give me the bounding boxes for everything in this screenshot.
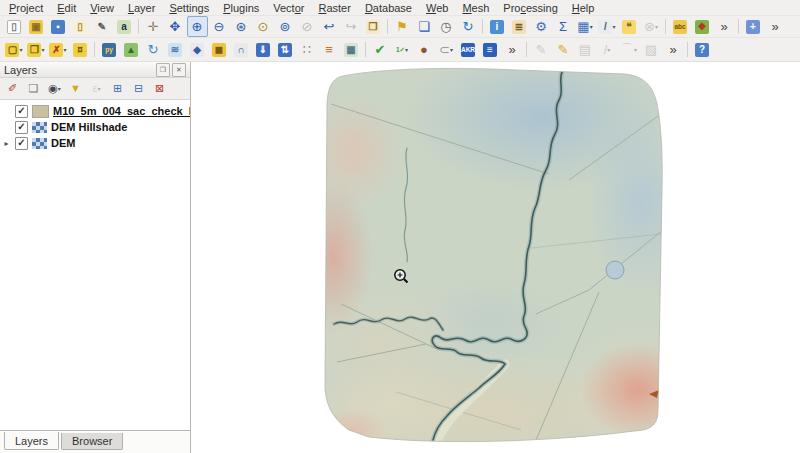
processing-history-button[interactable]: ↻ xyxy=(143,39,164,60)
layer-row[interactable]: ▸✓DEM xyxy=(0,135,190,151)
open-layer-styling-button[interactable]: ✐ xyxy=(3,79,23,99)
decorations-button[interactable]: ❖ xyxy=(692,16,713,37)
map-tips-button[interactable]: ❝ xyxy=(619,16,640,37)
snapping-clip-button[interactable]: ⊂▾ xyxy=(436,39,457,60)
menu-raster[interactable]: Raster xyxy=(311,1,357,15)
select-by-form-button[interactable]: ❐▾ xyxy=(26,39,47,60)
identify-features-button[interactable]: i xyxy=(487,16,508,37)
new-project-button[interactable]: ▯ xyxy=(4,16,25,37)
save-edits-button[interactable]: ▤ xyxy=(575,39,596,60)
menu-layer[interactable]: Layer xyxy=(121,1,163,15)
processing-toolbox-button[interactable]: ⚙ xyxy=(531,16,552,37)
filter-expression-button[interactable]: ε▾ xyxy=(87,79,107,99)
zoom-full-button[interactable]: ⊛ xyxy=(231,16,252,37)
help-button[interactable]: ? xyxy=(692,39,713,60)
layer-label[interactable]: DEM Hillshade xyxy=(51,121,127,133)
zoom-out-button[interactable]: ⊖ xyxy=(209,16,230,37)
zoom-last-button[interactable]: ↩ xyxy=(319,16,340,37)
python-console-button[interactable]: py xyxy=(99,39,120,60)
add-group-button[interactable]: ❏ xyxy=(24,79,44,99)
profile-tool-button[interactable]: ≡ xyxy=(319,39,340,60)
zoom-in-button[interactable]: ⊕ xyxy=(187,16,208,37)
plugin-mascot-button[interactable]: ● xyxy=(414,39,435,60)
add-feature-button[interactable]: /▾ xyxy=(597,39,618,60)
digitizing-shield-button[interactable]: ◆ xyxy=(187,39,208,60)
menu-view[interactable]: View xyxy=(83,1,121,15)
map-swipe-button[interactable]: ≋ xyxy=(165,39,186,60)
new-map-view-button[interactable]: ❐ xyxy=(363,16,384,37)
akr-plugin-button[interactable]: AKR xyxy=(458,39,479,60)
layer-label[interactable]: M10_5m_004_sac_check_R xyxy=(53,105,190,117)
remove-layer-button[interactable]: ⊠ xyxy=(150,79,170,99)
toolbar-overflow-button-4[interactable]: » xyxy=(663,39,684,60)
toolbar-overflow-button[interactable]: » xyxy=(714,16,735,37)
float-panel-button[interactable]: ❐ xyxy=(156,63,170,77)
new-print-layout-button[interactable]: ▯ xyxy=(70,16,91,37)
deselect-features-button[interactable]: ✗▾ xyxy=(48,39,69,60)
pan-map-button[interactable]: ✛ xyxy=(143,16,164,37)
tcp-connection-button[interactable]: ∷ xyxy=(297,39,318,60)
menu-mesh[interactable]: Mesh xyxy=(455,1,496,15)
vertex-tool-button[interactable]: ⌒▾ xyxy=(619,39,640,60)
georeferencer-button[interactable]: ▦ xyxy=(341,39,362,60)
topology-checker-button[interactable]: 1✓▾ xyxy=(392,39,413,60)
layer-label[interactable]: DEM xyxy=(51,137,75,149)
temporal-controller-button[interactable]: ◷ xyxy=(436,16,457,37)
raster-terrain-button[interactable]: ▲ xyxy=(121,39,142,60)
zoom-next-button[interactable]: ↪ xyxy=(341,16,362,37)
tab-browser[interactable]: Browser xyxy=(61,433,123,450)
collapse-all-button[interactable]: ⊟ xyxy=(129,79,149,99)
menu-database[interactable]: Database xyxy=(358,1,419,15)
menu-help[interactable]: Help xyxy=(565,1,602,15)
statistics-button[interactable]: Σ xyxy=(553,16,574,37)
import-download-button[interactable]: ⇓ xyxy=(253,39,274,60)
toggle-editing-button[interactable]: ✎ xyxy=(531,39,552,60)
layer-row[interactable]: ✓DEM Hillshade xyxy=(0,119,190,135)
toolbar-overflow-button-3[interactable]: » xyxy=(502,39,523,60)
delete-feature-button[interactable]: ▨ xyxy=(641,39,662,60)
expand-all-button[interactable]: ⊞ xyxy=(108,79,128,99)
zoom-to-selection-button[interactable]: ⊙ xyxy=(253,16,274,37)
select-features-button[interactable]: ▢▾ xyxy=(4,39,25,60)
cube-3d-button[interactable]: ◼ xyxy=(209,39,230,60)
data-source-manager-button[interactable]: + xyxy=(743,16,764,37)
toolbar-overflow-button-2[interactable]: » xyxy=(765,16,786,37)
layout-manager-button[interactable]: ✎ xyxy=(92,16,113,37)
import-sync-button[interactable]: ⇅ xyxy=(275,39,296,60)
layer-row[interactable]: ✓M10_5m_004_sac_check_R xyxy=(0,103,190,119)
style-manager-button[interactable]: a xyxy=(114,16,135,37)
expander-icon[interactable]: ▸ xyxy=(2,139,11,148)
menu-web[interactable]: Web xyxy=(419,1,455,15)
blue-doc-plugin-button[interactable]: ≡ xyxy=(480,39,501,60)
menu-plugins[interactable]: Plugins xyxy=(216,1,266,15)
zoom-to-layer-button[interactable]: ⊚ xyxy=(275,16,296,37)
menu-edit[interactable]: Edit xyxy=(50,1,83,15)
search-features-button[interactable]: ⊗▾ xyxy=(641,16,662,37)
filter-legend-button[interactable]: ▼ xyxy=(66,79,86,99)
geometry-checker-button[interactable]: ✔ xyxy=(370,39,391,60)
save-project-button[interactable]: ▪ xyxy=(48,16,69,37)
open-project-button[interactable]: ▣ xyxy=(26,16,47,37)
map-viewport[interactable] xyxy=(191,62,800,453)
tab-layers[interactable]: Layers xyxy=(4,432,59,450)
arch-plugin-button[interactable]: ∩ xyxy=(231,39,252,60)
edit-pencil-button[interactable]: ✎ xyxy=(553,39,574,60)
zoom-native-button[interactable]: ⊘ xyxy=(297,16,318,37)
menu-project[interactable]: Project xyxy=(2,1,50,15)
refresh-button[interactable]: ↻ xyxy=(458,16,479,37)
attribute-table-button[interactable]: ▦▾ xyxy=(575,16,596,37)
new-bookmark-button[interactable]: ⚑ xyxy=(392,16,413,37)
measure-button[interactable]: /▾ xyxy=(597,16,618,37)
menu-settings[interactable]: Settings xyxy=(162,1,216,15)
show-bookmarks-button[interactable]: ❏ xyxy=(414,16,435,37)
field-calculator-button[interactable]: ≣ xyxy=(509,16,530,37)
close-panel-button[interactable]: ✕ xyxy=(172,63,186,77)
pan-to-selection-button[interactable]: ✥ xyxy=(165,16,186,37)
select-by-location-button[interactable]: ¤ xyxy=(70,39,91,60)
layer-checkbox[interactable]: ✓ xyxy=(15,105,28,118)
layer-checkbox[interactable]: ✓ xyxy=(15,137,28,150)
menu-processing[interactable]: Processing xyxy=(496,1,564,15)
menu-vector[interactable]: Vector xyxy=(266,1,311,15)
manage-map-themes-button[interactable]: ◉▾ xyxy=(45,79,65,99)
layer-checkbox[interactable]: ✓ xyxy=(15,121,28,134)
